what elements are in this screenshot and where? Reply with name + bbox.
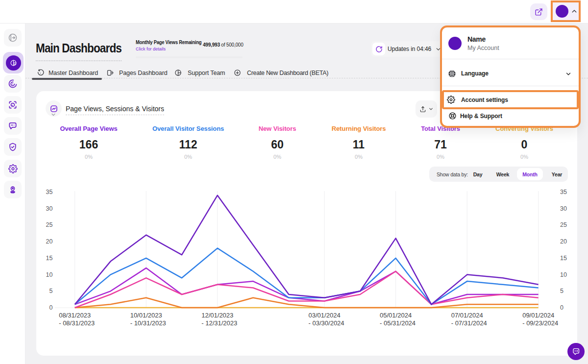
svg-text:35: 35 bbox=[560, 189, 567, 195]
svg-text:07/01/2024: 07/01/2024 bbox=[451, 312, 483, 319]
svg-text:12/01/2023: 12/01/2023 bbox=[201, 312, 233, 319]
svg-text:30: 30 bbox=[46, 205, 53, 212]
svg-text:35: 35 bbox=[46, 189, 53, 195]
svg-text:- 03/30/2024: - 03/30/2024 bbox=[309, 319, 344, 326]
svg-text:10/01/2023: 10/01/2023 bbox=[130, 312, 162, 319]
svg-text:- 05/31/2024: - 05/31/2024 bbox=[380, 319, 416, 326]
svg-text:5: 5 bbox=[560, 288, 564, 294]
svg-text:- 07/31/2024: - 07/31/2024 bbox=[451, 319, 487, 326]
svg-text:- 08/31/2023: - 08/31/2023 bbox=[59, 319, 95, 326]
svg-text:- 10/31/2023: - 10/31/2023 bbox=[130, 319, 166, 326]
svg-text:30: 30 bbox=[560, 205, 567, 212]
svg-text:15: 15 bbox=[560, 255, 567, 262]
svg-text:25: 25 bbox=[46, 221, 53, 228]
svg-text:20: 20 bbox=[46, 238, 53, 245]
svg-text:15: 15 bbox=[46, 255, 53, 262]
svg-text:10: 10 bbox=[560, 271, 567, 278]
svg-text:10: 10 bbox=[46, 271, 53, 278]
svg-text:03/01/2024: 03/01/2024 bbox=[309, 312, 341, 319]
svg-text:08/31/2023: 08/31/2023 bbox=[59, 312, 91, 319]
svg-text:25: 25 bbox=[560, 221, 567, 228]
svg-text:- 09/23/2024: - 09/23/2024 bbox=[522, 319, 558, 326]
svg-text:5: 5 bbox=[49, 288, 53, 294]
svg-text:0: 0 bbox=[49, 304, 53, 311]
svg-text:- 12/31/2023: - 12/31/2023 bbox=[201, 319, 237, 326]
svg-text:09/01/2024: 09/01/2024 bbox=[522, 312, 554, 319]
svg-text:0: 0 bbox=[560, 304, 564, 311]
svg-text:20: 20 bbox=[560, 238, 567, 245]
svg-text:05/01/2024: 05/01/2024 bbox=[380, 312, 412, 319]
